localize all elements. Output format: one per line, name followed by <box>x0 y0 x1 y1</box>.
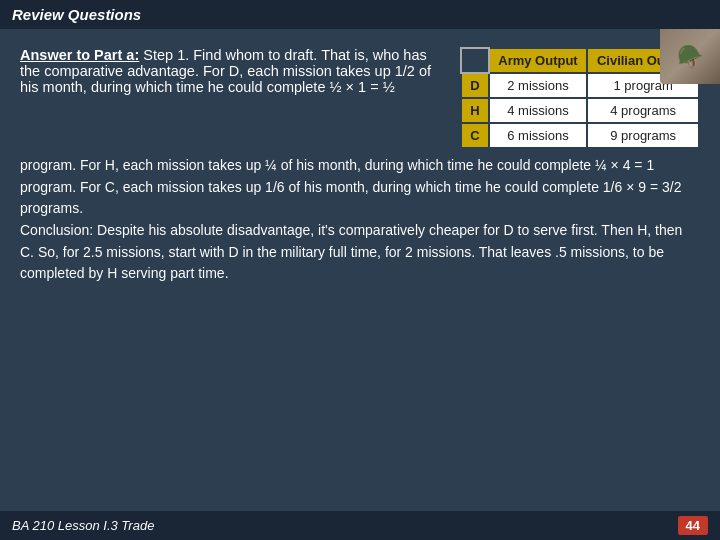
table-row: C 6 missions 9 programs <box>461 123 699 148</box>
corner-image: 🪖 <box>660 29 720 84</box>
content-area: Answer to Part a: Step 1. Find whom to d… <box>20 47 700 149</box>
answer-intro: Answer to Part a: Step 1. Find whom to d… <box>20 47 444 95</box>
text-block: Answer to Part a: Step 1. Find whom to d… <box>20 47 444 99</box>
main-content: 🪖 Answer to Part a: Step 1. Find whom to… <box>0 29 720 295</box>
footer-page: 44 <box>678 516 708 535</box>
footer-text: BA 210 Lesson I.3 Trade <box>12 518 154 533</box>
table-header-army: Army Output <box>489 48 588 73</box>
table-row: H 4 missions 4 programs <box>461 98 699 123</box>
row-army-d: 2 missions <box>489 73 588 98</box>
military-icon: 🪖 <box>677 44 704 70</box>
row-label-d: D <box>461 73 489 98</box>
row-army-h: 4 missions <box>489 98 588 123</box>
row-label-h: H <box>461 98 489 123</box>
body-text: program. For H, each mission takes up ¼ … <box>20 155 700 285</box>
header-title: Review Questions <box>12 6 141 23</box>
table-header-empty <box>461 48 489 73</box>
row-civilian-h: 4 programs <box>587 98 699 123</box>
row-civilian-c: 9 programs <box>587 123 699 148</box>
row-label-c: C <box>461 123 489 148</box>
header: Review Questions <box>0 0 720 29</box>
answer-label: Answer to Part a: <box>20 47 139 63</box>
footer: BA 210 Lesson I.3 Trade 44 <box>0 511 720 540</box>
row-army-c: 6 missions <box>489 123 588 148</box>
